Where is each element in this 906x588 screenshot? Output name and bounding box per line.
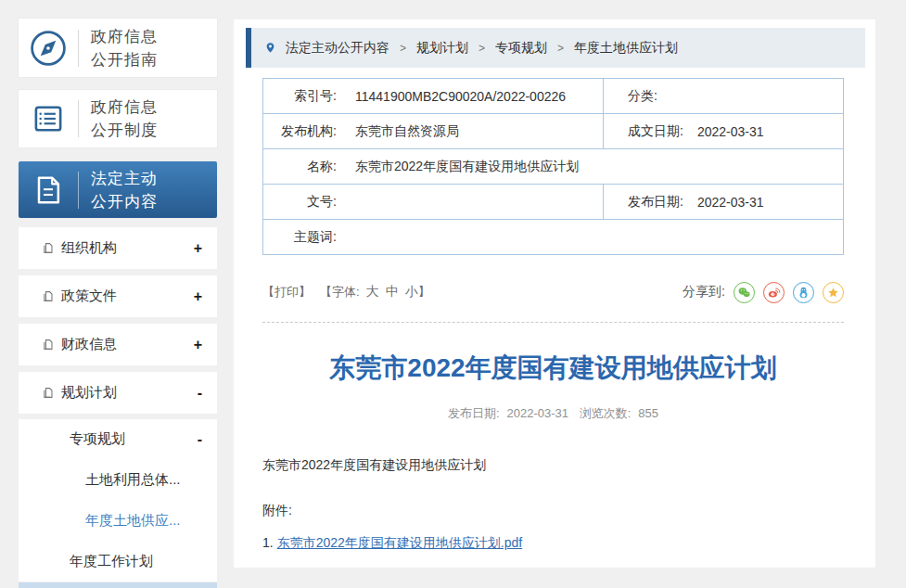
font-size-medium-button[interactable]: 中 xyxy=(386,284,399,300)
document-info-table: 索引号: 11441900MB2C90020A/2022-00226 分类: 发… xyxy=(262,78,844,255)
attachment-heading: 附件: xyxy=(262,503,292,519)
attachment-list-item: 1.东莞市2022年度国有建设用地供应计划.pdf xyxy=(262,535,522,552)
panel-statutory-line1: 法定主动 xyxy=(91,167,158,190)
keywords-label: 主题词: xyxy=(263,229,337,246)
sidebar-item-annual-land-supply-active[interactable]: 年度土地供应... xyxy=(19,501,217,542)
print-button[interactable]: 【打印】 xyxy=(262,284,311,300)
publisher-value: 东莞市自然资源局 xyxy=(355,123,459,140)
article-meta: 发布日期:2022-03-31 浏览次数:855 xyxy=(262,405,844,422)
breadcrumb-item-statutory[interactable]: 法定主动公开内容 xyxy=(286,40,389,57)
sidebar-item-organization[interactable]: 组织机构 + xyxy=(19,227,217,269)
title-value: 东莞市2022年度国有建设用地供应计划 xyxy=(355,159,579,175)
doc-number-label: 文号: xyxy=(263,194,337,211)
sidebar-item-label: 专项规划 xyxy=(70,430,125,448)
sidebar-item-label: 年度工作计划 xyxy=(70,553,153,570)
breadcrumb-separator: > xyxy=(400,42,406,55)
sidebar: 政府信息 公开指南 政府信息 公开制度 xyxy=(19,19,217,588)
content-panel: 法定主动公开内容 > 规划计划 > 专项规划 > 年度土地供应计划 索引号: 1… xyxy=(234,19,875,568)
article-toolbar: 【打印】 【字体: 大 中 小 】 分享到: xyxy=(262,280,844,304)
article-body-text: 东莞市2022年度国有建设用地供应计划 xyxy=(262,455,844,474)
index-number-label: 索引号: xyxy=(263,88,337,105)
panel-guide-line2: 公开指南 xyxy=(91,48,158,71)
expand-toggle[interactable]: + xyxy=(194,240,202,257)
views-count: 855 xyxy=(638,406,658,420)
breadcrumb-item-special-planning[interactable]: 专项规划 xyxy=(495,40,547,57)
font-size-label: 【字体: xyxy=(320,284,360,300)
category-label: 分类: xyxy=(628,88,657,105)
collapse-toggle[interactable]: - xyxy=(198,431,217,448)
written-date-value: 2022-03-31 xyxy=(697,124,764,139)
sidebar-item-planning[interactable]: 规划计划 - xyxy=(19,372,217,414)
share-bar: 分享到: xyxy=(683,282,844,303)
font-size-small-button[interactable]: 小 xyxy=(405,284,418,300)
page-icon xyxy=(42,242,54,254)
title-label: 名称: xyxy=(263,159,337,175)
compass-icon xyxy=(19,28,78,69)
book-icon xyxy=(19,99,78,138)
page-icon xyxy=(42,387,54,399)
publish-date-label: 发布日期: xyxy=(628,194,683,211)
publish-date-meta-label: 发布日期: xyxy=(448,406,500,420)
sidebar-panel-system[interactable]: 政府信息 公开制度 xyxy=(19,90,217,147)
table-row: 名称: 东莞市2022年度国有建设用地供应计划 xyxy=(263,148,843,184)
sidebar-item-policy-documents[interactable]: 政策文件 + xyxy=(19,275,217,317)
sidebar-panel-statutory-content-active[interactable]: 法定主动 公开内容 xyxy=(19,161,217,218)
attachment-index: 1. xyxy=(262,535,274,550)
page-icon xyxy=(42,339,54,351)
font-size-large-button[interactable]: 大 xyxy=(366,284,379,300)
breadcrumb-item-planning[interactable]: 规划计划 xyxy=(416,40,468,57)
share-label: 分享到: xyxy=(683,284,725,300)
sidebar-item-label: 政策文件 xyxy=(61,288,117,305)
panel-system-line1: 政府信息 xyxy=(91,96,158,119)
sidebar-item-special-planning[interactable]: 专项规划 - xyxy=(19,419,217,460)
sidebar-item-annual-work-plan[interactable]: 年度工作计划 xyxy=(19,541,217,582)
breadcrumb: 法定主动公开内容 > 规划计划 > 专项规划 > 年度土地供应计划 xyxy=(246,28,865,68)
publish-date-meta-value: 2022-03-31 xyxy=(507,406,569,420)
page-title: 东莞市2022年度国有建设用地供应计划 xyxy=(262,349,844,388)
font-size-label-close: 】 xyxy=(418,284,430,300)
breadcrumb-item-annual-land-supply[interactable]: 年度土地供应计划 xyxy=(574,40,678,57)
sidebar-submenu-planning: 专项规划 - 土地利用总体... 年度土地供应... 年度工作计划 xyxy=(19,419,217,582)
wechat-share-icon[interactable] xyxy=(734,282,755,303)
sidebar-item-land-use-master[interactable]: 土地利用总体... xyxy=(19,460,217,501)
sidebar-item-finance-info[interactable]: 财政信息 + xyxy=(19,324,217,365)
document-icon xyxy=(19,172,78,209)
weibo-share-icon[interactable] xyxy=(763,282,785,303)
publisher-label: 发布机构: xyxy=(263,123,337,140)
page-icon xyxy=(42,290,54,302)
publish-date-value: 2022-03-31 xyxy=(697,195,764,210)
panel-guide-line1: 政府信息 xyxy=(91,25,158,48)
qq-share-icon[interactable] xyxy=(793,282,814,303)
views-label: 浏览次数: xyxy=(580,406,632,420)
breadcrumb-separator: > xyxy=(479,42,485,55)
sidebar-item-label: 规划计划 xyxy=(61,384,117,402)
expand-toggle[interactable]: + xyxy=(194,337,202,353)
sidebar-item-label: 财政信息 xyxy=(61,336,117,353)
written-date-label: 成文日期: xyxy=(628,123,683,140)
dashed-divider xyxy=(262,322,844,323)
expand-toggle[interactable]: + xyxy=(194,288,202,305)
sidebar-next-item-edge xyxy=(19,582,217,588)
sidebar-item-label: 年度土地供应... xyxy=(85,512,181,530)
panel-system-line2: 公开制度 xyxy=(91,119,158,142)
sidebar-item-label: 组织机构 xyxy=(61,239,117,257)
panel-statutory-line2: 公开内容 xyxy=(91,190,158,213)
qzone-star-share-icon[interactable] xyxy=(823,282,844,303)
attachment-pdf-link[interactable]: 东莞市2022年度国有建设用地供应计划.pdf xyxy=(277,535,523,550)
breadcrumb-separator: > xyxy=(557,42,564,55)
table-row: 索引号: 11441900MB2C90020A/2022-00226 分类: xyxy=(263,79,843,113)
table-row: 发布机构: 东莞市自然资源局 成文日期: 2022-03-31 xyxy=(263,113,843,148)
sidebar-panel-guide[interactable]: 政府信息 公开指南 xyxy=(19,19,217,77)
table-row: 主题词: xyxy=(263,219,843,254)
table-row: 文号: 发布日期: 2022-03-31 xyxy=(263,184,843,219)
index-number-value: 11441900MB2C90020A/2022-00226 xyxy=(355,89,566,104)
sidebar-item-label: 土地利用总体... xyxy=(85,471,181,489)
collapse-toggle[interactable]: - xyxy=(198,385,202,402)
location-pin-icon xyxy=(264,41,276,55)
